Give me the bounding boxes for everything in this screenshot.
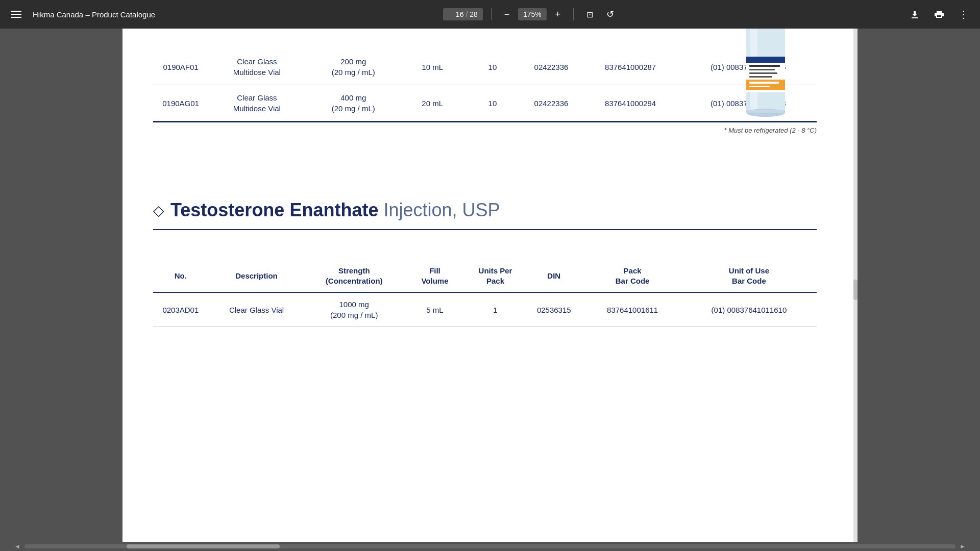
table-header: No. Description Strength(Concentration) … <box>153 261 817 292</box>
col-fill-volume: FillVolume <box>403 261 467 292</box>
row-description: Clear GlassMultidose Vial <box>208 49 305 85</box>
toolbar-separator <box>491 8 492 20</box>
svg-rect-12 <box>749 82 779 84</box>
toolbar-separator-2 <box>573 8 574 20</box>
rotate-button[interactable]: ↺ <box>602 6 619 22</box>
product-table: No. Description Strength(Concentration) … <box>153 261 817 327</box>
horizontal-scrollbar: ◄ ► <box>0 542 980 551</box>
page-total: 28 <box>470 10 478 18</box>
col-strength: Strength(Concentration) <box>305 261 403 292</box>
diamond-icon: ◇ <box>153 202 164 219</box>
scrollbar-thumb[interactable] <box>127 544 280 548</box>
row-pack-barcode: 837641001611 <box>583 292 681 327</box>
menu-button[interactable] <box>8 6 24 22</box>
scroll-left-button[interactable]: ◄ <box>10 543 24 550</box>
row-unit-barcode: (01) 00837641011610 <box>681 292 817 327</box>
svg-rect-8 <box>749 65 780 67</box>
row-description: Clear Glass Vial <box>208 292 305 327</box>
product-name-bold: Testosterone Enanthate <box>170 199 378 220</box>
zoom-increase-button[interactable]: + <box>551 7 565 21</box>
row-din: 02422336 <box>521 49 581 85</box>
page-input-container: / 28 <box>443 8 482 20</box>
fit-page-button[interactable]: ⊡ <box>582 6 598 22</box>
product-title: ◇ Testosterone Enanthate Injection, USP <box>153 199 817 230</box>
col-pack-barcode: PackBar Code <box>583 261 681 292</box>
row-din: 02422336 <box>521 85 581 122</box>
zoom-decrease-button[interactable]: − <box>500 7 514 21</box>
vial-image-container <box>715 29 817 133</box>
table-row: 0203AD01 Clear Glass Vial 1000 mg(200 mg… <box>153 292 817 327</box>
svg-rect-10 <box>749 72 777 74</box>
page-input[interactable] <box>448 10 463 18</box>
toolbar-center: / 28 − 175% + ⊡ ↺ <box>443 6 618 22</box>
svg-rect-9 <box>749 69 775 70</box>
svg-rect-6 <box>746 80 785 90</box>
row-no: 0190AF01 <box>153 49 208 85</box>
col-unit-barcode: Unit of UseBar Code <box>681 261 817 292</box>
svg-rect-7 <box>746 57 785 63</box>
product-title-area: ◇ Testosterone Enanthate Injection, USP <box>153 148 817 230</box>
right-scrollbar[interactable] <box>853 29 857 542</box>
scrollbar-track[interactable] <box>24 544 955 548</box>
scroll-right-button[interactable]: ► <box>955 543 970 550</box>
toolbar-left: Hikma Canada – Product Catalogue <box>8 6 155 22</box>
svg-rect-15 <box>746 110 785 113</box>
product-name-light: Injection, USP <box>378 199 500 220</box>
row-units-per-pack: 10 <box>463 85 521 122</box>
download-button[interactable] <box>906 6 923 22</box>
pdf-page: 0190AF01 Clear GlassMultidose Vial 200 m… <box>122 29 857 542</box>
svg-rect-13 <box>749 86 770 87</box>
toolbar-right: ⋮ <box>906 6 972 22</box>
row-din: 02536315 <box>524 292 583 327</box>
col-no: No. <box>153 261 208 292</box>
zoom-level-display: 175% <box>518 8 547 20</box>
col-units-per-pack: Units PerPack <box>467 261 524 292</box>
row-units-per-pack: 1 <box>467 292 524 327</box>
app-title: Hikma Canada – Product Catalogue <box>33 10 155 19</box>
row-fill-volume: 5 mL <box>403 292 467 327</box>
svg-rect-11 <box>749 76 772 78</box>
print-button[interactable] <box>931 6 947 22</box>
right-scrollbar-handle[interactable] <box>853 280 857 300</box>
row-pack-barcode: 837641000294 <box>581 85 679 122</box>
row-pack-barcode: 837641000287 <box>581 49 679 85</box>
product-title-text: Testosterone Enanthate Injection, USP <box>170 199 500 221</box>
col-description: Description <box>208 261 305 292</box>
hamburger-icon <box>11 11 21 18</box>
row-strength: 1000 mg(200 mg / mL) <box>305 292 403 327</box>
product-table-section: No. Description Strength(Concentration) … <box>153 261 817 327</box>
toolbar: Hikma Canada – Product Catalogue / 28 − … <box>0 0 980 29</box>
main-content: 0190AF01 Clear GlassMultidose Vial 200 m… <box>0 29 980 542</box>
row-strength: 400 mg(20 mg / mL) <box>306 85 401 122</box>
row-description: Clear GlassMultidose Vial <box>208 85 305 122</box>
row-strength: 200 mg(20 mg / mL) <box>306 49 401 85</box>
row-fill-volume: 10 mL <box>401 49 464 85</box>
col-din: DIN <box>524 261 583 292</box>
page-separator: / <box>465 10 468 18</box>
row-fill-volume: 20 mL <box>401 85 464 122</box>
product-section: ◇ Testosterone Enanthate Injection, USP <box>153 148 817 251</box>
row-no: 0190AG01 <box>153 85 208 122</box>
row-units-per-pack: 10 <box>463 49 521 85</box>
more-options-button[interactable]: ⋮ <box>955 6 972 22</box>
row-no: 0203AD01 <box>153 292 208 327</box>
